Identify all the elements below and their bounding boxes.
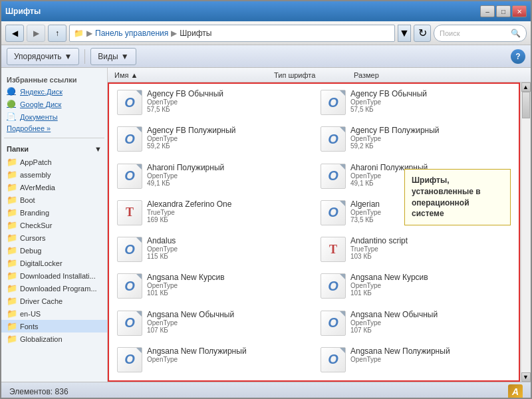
statusbar: Элементов: 836 A: [1, 382, 531, 399]
window-controls: – □ ✕: [480, 5, 527, 17]
font-item[interactable]: O Angsana New Обычный OpenType 107 КБ: [110, 306, 314, 342]
font-size-label: 57,5 КБ: [350, 106, 511, 113]
scrollbar[interactable]: ▲ ▼: [520, 82, 531, 382]
folder-item[interactable]: 📁Fonts: [1, 320, 107, 332]
search-box[interactable]: Поиск 🔍: [434, 25, 527, 42]
google-icon: 🟢: [7, 100, 16, 108]
folder-item[interactable]: 📁Driver Cache: [1, 295, 107, 307]
font-item[interactable]: O Agency FB Обычный OpenType 57,5 КБ: [110, 85, 314, 122]
font-name: Andantino script: [350, 236, 511, 245]
font-size-label: 169 КБ: [147, 216, 308, 223]
font-size-label: 107 КБ: [350, 327, 511, 334]
folder-item[interactable]: 📁Branding: [1, 206, 107, 219]
folder-item[interactable]: 📁DigitalLocker: [1, 257, 107, 269]
folders-toggle-icon[interactable]: ▼: [94, 145, 102, 153]
views-button[interactable]: Виды ▼: [90, 48, 136, 65]
font-icon-wrapper: O: [320, 126, 346, 152]
folder-icon: 📁: [7, 283, 17, 293]
sidebar-item-google[interactable]: 🟢 Google Диск: [1, 98, 107, 110]
font-icon-wrapper: O: [320, 346, 346, 373]
font-type-icon: O: [321, 273, 346, 299]
font-type-label: OpenType: [350, 356, 511, 363]
folder-icon: 📁: [7, 309, 17, 319]
font-type-label: OpenType: [147, 172, 308, 180]
font-size-label: 101 КБ: [147, 289, 308, 297]
organize-button[interactable]: Упорядочить ▼: [7, 48, 79, 65]
folder-item[interactable]: 📁CheckSur: [1, 219, 107, 231]
font-type-icon: O: [117, 164, 142, 189]
col-header-type[interactable]: Тип шрифта: [270, 71, 350, 79]
sidebar-more-link[interactable]: Подробнее »: [1, 123, 107, 134]
help-button[interactable]: ?: [511, 49, 525, 64]
folder-item[interactable]: 📁Boot: [1, 194, 107, 206]
main-area: Избранные ссылки 🔵 Яндекс.Диск 🟢 Google …: [1, 68, 531, 382]
folder-item[interactable]: 📁Globalization: [1, 332, 107, 345]
folders-list: 📁AppPatch📁assembly📁AVerMedia📁Boot📁Brandi…: [1, 156, 107, 345]
font-type-label: OpenType: [147, 245, 308, 253]
search-placeholder: Поиск: [440, 29, 511, 37]
sort-arrow-icon: ▲: [130, 71, 138, 79]
folder-item[interactable]: 📁assembly: [1, 168, 107, 181]
font-item[interactable]: O Angsana New Обычный OpenType 107 КБ: [314, 306, 517, 342]
titlebar: Шрифты – □ ✕: [1, 1, 531, 21]
font-item[interactable]: O Andalus OpenType 115 КБ: [110, 232, 314, 269]
up-button[interactable]: ↑: [48, 25, 66, 42]
content-wrapper: Имя ▲ Тип шрифта Размер O Agency FB Обыч…: [108, 68, 531, 382]
address-box[interactable]: 📁 ▶ Панель управления ▶ Шрифты: [69, 25, 395, 42]
folder-item[interactable]: 📁en-US: [1, 307, 107, 320]
font-item[interactable]: O Angsana New Полужирный OpenType: [314, 342, 517, 379]
font-item[interactable]: O Angsana New Курсив OpenType 101 КБ: [110, 269, 314, 305]
col-header-size[interactable]: Размер: [350, 71, 403, 79]
maximize-button[interactable]: □: [496, 5, 511, 17]
scroll-thumb[interactable]: [522, 92, 530, 118]
font-type-label: OpenType: [147, 282, 308, 289]
folder-item[interactable]: 📁AVerMedia: [1, 181, 107, 194]
window-title: Шрифты: [5, 7, 41, 16]
breadcrumb-control-panel[interactable]: Панель управления: [95, 29, 168, 38]
font-icon-wrapper: T: [116, 200, 143, 226]
font-size-label: 101 КБ: [350, 289, 511, 297]
font-item[interactable]: O Agency FB Полужирный OpenType 59,2 КБ: [110, 122, 314, 158]
search-icon: 🔍: [511, 29, 521, 38]
back-button[interactable]: ◀: [5, 25, 24, 42]
font-item[interactable]: O Agency FB Полужирный OpenType 59,2 КБ: [314, 122, 517, 158]
scroll-track: [522, 92, 530, 372]
font-size-label: 49,1 КБ: [147, 180, 308, 187]
scroll-up-button[interactable]: ▲: [521, 82, 531, 92]
refresh-button[interactable]: ↻: [414, 25, 431, 42]
font-item[interactable]: O Angsana New Полужирный OpenType: [110, 342, 314, 379]
font-item[interactable]: O Angsana New Курсив OpenType 101 КБ: [314, 269, 517, 305]
folder-icon: 📁: [74, 29, 84, 38]
font-type-icon: O: [117, 347, 142, 372]
folder-item[interactable]: 📁Downloaded Program...: [1, 282, 107, 295]
minimize-button[interactable]: –: [480, 5, 495, 17]
close-button[interactable]: ✕: [512, 5, 527, 17]
font-item[interactable]: T Andantino script TrueType 103 КБ: [314, 232, 517, 269]
organize-dropdown-icon: ▼: [64, 52, 72, 61]
font-item[interactable]: O Agency FB Обычный OpenType 57,5 КБ: [314, 85, 517, 122]
address-dropdown-button[interactable]: ▼: [398, 25, 411, 42]
folder-item[interactable]: 📁Cursors: [1, 231, 107, 244]
font-name: Alexandra Zeferino One: [147, 200, 308, 209]
font-type-icon: O: [321, 126, 346, 152]
font-list: O Agency FB Обычный OpenType 57,5 КБ O A…: [108, 82, 520, 382]
statusbar-logo: A: [508, 384, 523, 399]
font-item[interactable]: T Alexandra Zeferino One TrueType 169 КБ: [110, 196, 314, 232]
font-item[interactable]: O Aharoni Полужирный OpenType 49,1 КБ: [110, 159, 314, 196]
font-size-label: 107 КБ: [147, 327, 308, 334]
font-type-label: OpenType: [350, 135, 511, 142]
font-name: Angsana New Курсив: [147, 273, 308, 282]
forward-button[interactable]: ▶: [27, 25, 45, 42]
font-size-label: 103 КБ: [350, 253, 511, 260]
folder-item[interactable]: 📁Downloaded Installati...: [1, 269, 107, 282]
scroll-down-button[interactable]: ▼: [521, 372, 531, 382]
folder-item[interactable]: 📁Debug: [1, 244, 107, 257]
column-headers: Имя ▲ Тип шрифта Размер: [108, 68, 531, 82]
col-header-name[interactable]: Имя ▲: [110, 71, 270, 79]
sidebar-item-documents[interactable]: 📄 Документы: [1, 110, 107, 123]
folder-item[interactable]: 📁AppPatch: [1, 156, 107, 168]
font-type-icon: O: [321, 164, 346, 189]
sidebar-item-yandex[interactable]: 🔵 Яндекс.Диск: [1, 85, 107, 98]
folder-icon: 📁: [7, 334, 17, 344]
font-name: Andalus: [147, 236, 308, 245]
